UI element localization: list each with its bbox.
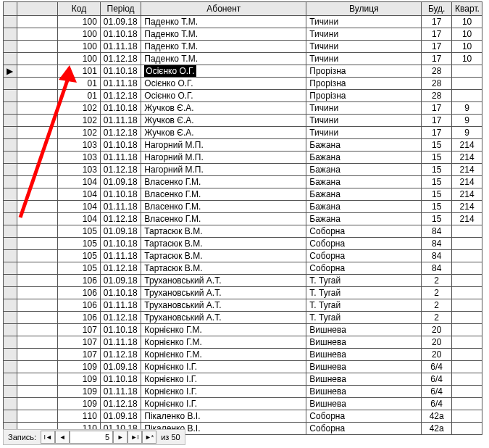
blank-cell[interactable] bbox=[17, 250, 57, 262]
cell-apt[interactable]: 10 bbox=[452, 28, 482, 41]
blank-cell[interactable] bbox=[17, 176, 57, 188]
cell-street[interactable]: Вишнева bbox=[306, 349, 422, 361]
row-selector[interactable] bbox=[4, 16, 17, 28]
table-row[interactable]: 10501.09.18Тартасюк В.М.Соборна84 bbox=[4, 225, 482, 238]
row-selector[interactable] bbox=[4, 213, 17, 225]
cell-abonent[interactable]: Паденко Т.М. bbox=[141, 28, 306, 41]
table-row[interactable]: 10501.11.18Тартасюк В.М.Соборна84 bbox=[4, 250, 482, 262]
cell-street[interactable]: Соборна bbox=[306, 262, 422, 275]
cell-build[interactable]: 15 bbox=[422, 188, 452, 201]
cell-street[interactable]: Бажана bbox=[306, 152, 422, 164]
blank-cell[interactable] bbox=[17, 287, 57, 299]
row-selector[interactable] bbox=[4, 164, 17, 176]
cell-apt[interactable]: 10 bbox=[452, 53, 482, 65]
cell-street[interactable]: Тичини bbox=[306, 115, 422, 127]
cell-apt[interactable]: 10 bbox=[452, 41, 482, 53]
cell-code[interactable]: 109 bbox=[58, 361, 101, 373]
cell-abonent[interactable]: Власенко Г.М. bbox=[141, 176, 306, 188]
cell-abonent[interactable]: Трухановський А.Т. bbox=[141, 287, 306, 299]
cell-code[interactable]: 109 bbox=[58, 398, 101, 410]
cell-build[interactable]: 42а bbox=[422, 423, 452, 435]
cell-period[interactable]: 01.09.18 bbox=[100, 361, 141, 373]
cell-code[interactable]: 105 bbox=[58, 262, 101, 275]
cell-build[interactable]: 28 bbox=[422, 78, 452, 90]
row-selector[interactable] bbox=[4, 238, 17, 250]
table-row[interactable]: 10301.12.18Нагорний М.П.Бажана15214 bbox=[4, 164, 482, 176]
cell-code[interactable]: 102 bbox=[58, 115, 101, 127]
cell-abonent[interactable]: Корнієнко Г.М. bbox=[141, 336, 306, 349]
row-selector[interactable] bbox=[4, 127, 17, 139]
cell-abonent[interactable]: Корнієнко І.Г. bbox=[141, 386, 306, 398]
cell-build[interactable]: 20 bbox=[422, 349, 452, 361]
blank-cell[interactable] bbox=[17, 373, 57, 386]
cell-abonent[interactable]: Корнієнко І.Г. bbox=[141, 361, 306, 373]
cell-abonent[interactable]: Трухановський А.Т. bbox=[141, 275, 306, 287]
table-row[interactable]: 10601.11.18Трухановський А.Т.Т. Тугай2 bbox=[4, 299, 482, 312]
cell-period[interactable]: 01.11.18 bbox=[100, 250, 141, 262]
cell-build[interactable]: 15 bbox=[422, 176, 452, 188]
blank-cell[interactable] bbox=[17, 262, 57, 275]
cell-street[interactable]: Т. Тугай bbox=[306, 312, 422, 324]
cell-abonent[interactable]: Корнієнко І.Г. bbox=[141, 373, 306, 386]
cell-apt[interactable]: 9 bbox=[452, 115, 482, 127]
cell-period[interactable]: 01.12.18 bbox=[100, 349, 141, 361]
cell-street[interactable]: Вишнева bbox=[306, 386, 422, 398]
cell-build[interactable]: 17 bbox=[422, 53, 452, 65]
blank-cell[interactable] bbox=[17, 275, 57, 287]
cell-code[interactable]: 106 bbox=[58, 275, 101, 287]
cell-code[interactable]: 104 bbox=[58, 201, 101, 213]
cell-period[interactable]: 01.10.18 bbox=[100, 139, 141, 152]
col-header-period[interactable]: Період bbox=[100, 2, 141, 16]
cell-apt[interactable] bbox=[452, 299, 482, 312]
row-selector[interactable]: ▶ bbox=[4, 65, 17, 78]
cell-abonent[interactable]: Тартасюк В.М. bbox=[141, 250, 306, 262]
cell-code[interactable]: 101 bbox=[58, 65, 101, 78]
cell-code[interactable]: 109 bbox=[58, 373, 101, 386]
cell-build[interactable]: 15 bbox=[422, 152, 452, 164]
cell-abonent[interactable]: Корнієнко Г.М. bbox=[141, 349, 306, 361]
blank-cell[interactable] bbox=[17, 299, 57, 312]
row-selector[interactable] bbox=[4, 78, 17, 90]
nav-next-button[interactable]: ► bbox=[113, 431, 128, 444]
cell-code[interactable]: 100 bbox=[58, 28, 101, 41]
cell-street[interactable]: Бажана bbox=[306, 164, 422, 176]
cell-apt[interactable]: 214 bbox=[452, 201, 482, 213]
cell-build[interactable]: 17 bbox=[422, 28, 452, 41]
cell-code[interactable]: 106 bbox=[58, 299, 101, 312]
cell-street[interactable]: Тичини bbox=[306, 127, 422, 139]
row-selector[interactable] bbox=[4, 225, 17, 238]
blank-cell[interactable] bbox=[17, 115, 57, 127]
table-row[interactable]: ▶10101.10.18Осієнко О.Г.Прорізна28 bbox=[4, 65, 482, 78]
cell-code[interactable]: 105 bbox=[58, 238, 101, 250]
cell-build[interactable]: 84 bbox=[422, 225, 452, 238]
cell-period[interactable]: 01.12.18 bbox=[100, 53, 141, 65]
cell-street[interactable]: Вишнева bbox=[306, 398, 422, 410]
table-row[interactable]: 11001.09.18Пікаленко В.І.Соборна42а bbox=[4, 410, 482, 423]
cell-abonent[interactable]: Власенко Г.М. bbox=[141, 201, 306, 213]
cell-abonent[interactable]: Паденко Т.М. bbox=[141, 53, 306, 65]
cell-period[interactable]: 01.12.18 bbox=[100, 312, 141, 324]
cell-period[interactable]: 01.11.18 bbox=[100, 41, 141, 53]
table-row[interactable]: 10701.12.18Корнієнко Г.М.Вишнева20 bbox=[4, 349, 482, 361]
blank-header[interactable] bbox=[17, 2, 57, 16]
cell-street[interactable]: Т. Тугай bbox=[306, 275, 422, 287]
cell-period[interactable]: 01.12.18 bbox=[100, 213, 141, 225]
cell-apt[interactable] bbox=[452, 373, 482, 386]
nav-new-button[interactable]: ►* bbox=[142, 431, 156, 444]
cell-apt[interactable] bbox=[452, 275, 482, 287]
cell-apt[interactable]: 214 bbox=[452, 152, 482, 164]
cell-period[interactable]: 01.11.18 bbox=[100, 386, 141, 398]
blank-cell[interactable] bbox=[17, 28, 57, 41]
cell-street[interactable]: Вишнева bbox=[306, 336, 422, 349]
cell-street[interactable]: Тичини bbox=[306, 53, 422, 65]
cell-abonent[interactable]: Власенко Г.М. bbox=[141, 213, 306, 225]
cell-abonent[interactable]: Нагорний М.П. bbox=[141, 164, 306, 176]
row-selector[interactable] bbox=[4, 53, 17, 65]
cell-code[interactable]: 107 bbox=[58, 336, 101, 349]
cell-period[interactable]: 01.11.18 bbox=[100, 201, 141, 213]
blank-cell[interactable] bbox=[17, 127, 57, 139]
cell-abonent[interactable]: Тартасюк В.М. bbox=[141, 262, 306, 275]
cell-code[interactable]: 103 bbox=[58, 152, 101, 164]
cell-abonent[interactable]: Жучков Є.А. bbox=[141, 127, 306, 139]
cell-period[interactable]: 01.09.18 bbox=[100, 410, 141, 423]
